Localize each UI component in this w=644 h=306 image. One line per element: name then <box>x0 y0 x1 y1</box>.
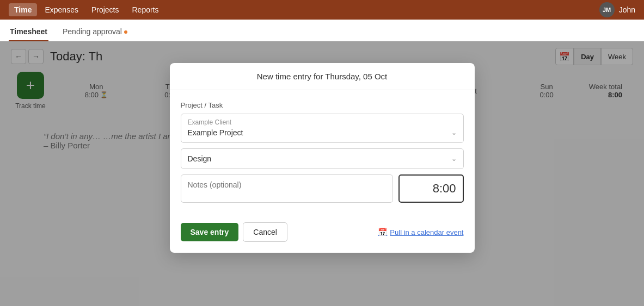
nav-projects[interactable]: Projects <box>86 3 125 16</box>
main-content: ← → Today: Th 📅 Day Week + Track time Mo… <box>0 41 644 306</box>
modal-body: Project / Task Example Client Example Pr… <box>170 90 475 222</box>
task-name: Design <box>188 154 212 163</box>
modal-title: New time entry for Thursday, 05 Oct <box>170 63 475 90</box>
calendar-icon: 📅 <box>378 228 387 236</box>
notes-time-row <box>181 174 464 203</box>
notes-input[interactable] <box>181 174 393 203</box>
project-name-row: Example Project ⌄ <box>181 127 463 142</box>
nav-right: JM John <box>599 2 635 17</box>
modal-footer: Save entry Cancel 📅 Pull in a calendar e… <box>170 222 475 253</box>
top-nav: Time Expenses Projects Reports JM John <box>0 0 644 20</box>
tab-timesheet[interactable]: Timesheet <box>9 23 48 41</box>
username: John <box>619 5 635 14</box>
new-time-entry-modal: New time entry for Thursday, 05 Oct Proj… <box>170 63 475 253</box>
nav-left: Time Expenses Projects Reports <box>9 3 164 16</box>
nav-reports[interactable]: Reports <box>127 3 164 16</box>
nav-expenses[interactable]: Expenses <box>39 3 83 16</box>
save-entry-button[interactable]: Save entry <box>181 223 239 241</box>
cancel-button[interactable]: Cancel <box>243 222 287 242</box>
time-input[interactable] <box>413 182 456 196</box>
pending-dot <box>124 30 127 34</box>
time-input-wrapper <box>398 174 464 203</box>
project-name: Example Project <box>188 128 243 137</box>
project-task-label: Project / Task <box>181 101 464 109</box>
nav-time[interactable]: Time <box>9 3 37 16</box>
sub-nav: Timesheet Pending approval <box>0 20 644 41</box>
pull-calendar-link[interactable]: 📅 Pull in a calendar event <box>378 228 463 236</box>
tab-pending-approval[interactable]: Pending approval <box>62 23 128 41</box>
avatar: JM <box>599 2 615 17</box>
project-select[interactable]: Example Client Example Project ⌄ <box>181 114 464 143</box>
client-name: Example Client <box>181 114 463 127</box>
calendar-link-label: Pull in a calendar event <box>390 228 463 236</box>
project-chevron-icon: ⌄ <box>451 129 457 136</box>
modal-overlay: New time entry for Thursday, 05 Oct Proj… <box>0 41 644 306</box>
task-chevron-icon: ⌄ <box>451 155 457 163</box>
task-select[interactable]: Design ⌄ <box>181 148 464 169</box>
